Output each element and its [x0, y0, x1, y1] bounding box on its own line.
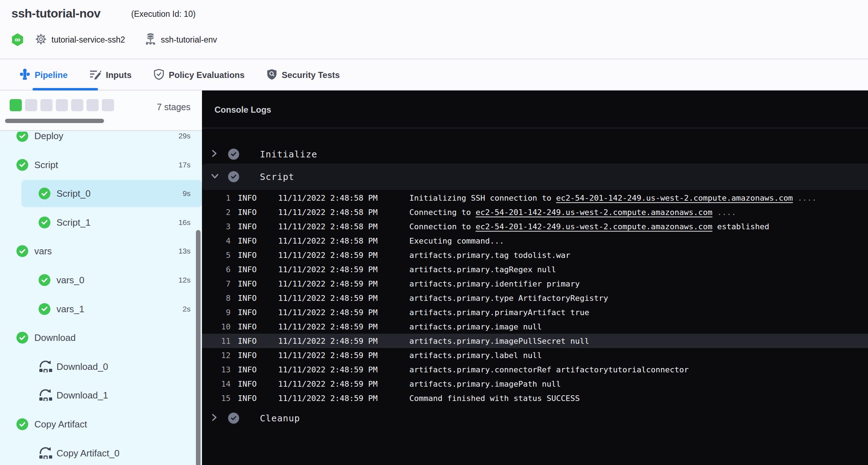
log-text: Initializing SSH connection to — [409, 194, 556, 202]
log-line-number: 3 — [202, 222, 231, 231]
log-host-link[interactable]: ec2-54-201-142-249.us-west-2.compute.ama… — [556, 194, 793, 202]
stage-duration: 16s — [178, 218, 191, 227]
log-message: artifacts.primary.label null — [409, 351, 542, 360]
log-row[interactable]: 6INFO11/11/2022 2:48:59 PMartifacts.prim… — [202, 262, 868, 276]
log-row[interactable]: 2INFO11/11/2022 2:48:58 PMConnecting to … — [202, 205, 868, 219]
log-row[interactable]: 12INFO11/11/2022 2:48:59 PMartifacts.pri… — [202, 348, 868, 362]
log-row[interactable]: 9INFO11/11/2022 2:48:59 PMartifacts.prim… — [202, 305, 868, 319]
stage-label: Script_1 — [56, 217, 90, 228]
page-title: ssh-tutorial-nov — [11, 6, 100, 20]
stage-label: Deploy — [34, 132, 63, 142]
log-line-number: 12 — [202, 351, 231, 360]
log-message: Initializing SSH connection to ec2-54-20… — [409, 194, 817, 202]
stage-duration: 12s — [178, 276, 191, 284]
tab-security-tests[interactable]: Security Tests — [267, 60, 340, 90]
service-name[interactable]: tutorial-service-ssh2 — [51, 35, 125, 45]
log-text: artifacts.primary.imagePath null — [409, 380, 561, 388]
log-host-link[interactable]: ec2-54-201-142-249.us-west-2.compute.ama… — [475, 208, 712, 217]
log-row[interactable]: 3INFO11/11/2022 2:48:58 PMConnection to … — [202, 219, 868, 234]
log-level: INFO — [238, 265, 257, 274]
stage-duration: 29s — [178, 132, 191, 140]
log-row[interactable]: 11INFO11/11/2022 2:48:59 PMartifacts.pri… — [202, 334, 868, 348]
log-row[interactable]: 15INFO11/11/2022 2:48:59 PMCommand finis… — [202, 391, 868, 405]
stage-list: Deploy29sScript17sScript_09sScript_116sv… — [0, 132, 202, 465]
log-text: Connection to — [409, 222, 475, 231]
stage-label: vars_0 — [56, 275, 84, 286]
vertical-scrollbar[interactable] — [196, 230, 201, 465]
log-section-cleanup[interactable]: Cleanup — [202, 410, 868, 426]
log-row[interactable]: 8INFO11/11/2022 2:48:59 PMartifacts.prim… — [202, 291, 868, 305]
log-row[interactable]: 10INFO11/11/2022 2:48:59 PMartifacts.pri… — [202, 319, 868, 334]
stage-label: Script — [34, 159, 58, 170]
execution-header: ssh-tutorial-nov (Execution Id: 10) ∞ — [0, 0, 868, 59]
chevron-right-icon[interactable] — [210, 412, 218, 424]
log-row[interactable]: 13INFO11/11/2022 2:48:59 PMartifacts.pri… — [202, 362, 868, 377]
stage-duration: 13s — [178, 247, 191, 255]
stage-label: Download_1 — [56, 390, 108, 401]
log-line-number: 9 — [202, 308, 231, 317]
stage-row-copy-artifact[interactable]: Copy Artifact — [0, 410, 202, 439]
log-timestamp: 11/11/2022 2:48:58 PM — [278, 222, 378, 231]
log-timestamp: 11/11/2022 2:48:59 PM — [278, 308, 378, 317]
console-divider — [202, 128, 868, 128]
log-level: INFO — [238, 208, 257, 217]
log-timestamp: 11/11/2022 2:48:59 PM — [278, 251, 378, 260]
section-success-check-icon — [228, 413, 239, 424]
stage-row-deploy[interactable]: Deploy29s — [0, 132, 202, 150]
tab-policy-evaluations[interactable]: Policy Evaluations — [154, 60, 245, 90]
section-label: Cleanup — [260, 413, 300, 424]
stage-row-copy-artifact_0[interactable]: Copy Artifact_0 — [0, 439, 202, 465]
log-message: artifacts.primary.imagePath null — [409, 380, 561, 388]
log-line-number: 7 — [202, 279, 231, 288]
stage-row-vars_1[interactable]: vars_12s — [0, 295, 202, 323]
stage-duration: 17s — [178, 161, 191, 169]
inputs-icon — [90, 69, 101, 81]
active-tab-underline — [33, 88, 98, 90]
log-row[interactable]: 7INFO11/11/2022 2:48:59 PMartifacts.prim… — [202, 276, 868, 291]
stages-sidebar: 7 stages Deploy29sScript17sScript_09sScr… — [0, 90, 202, 465]
log-row[interactable]: 4INFO11/11/2022 2:48:58 PMExecuting comm… — [202, 234, 868, 248]
log-section-script[interactable]: Script — [202, 163, 868, 190]
log-timestamp: 11/11/2022 2:48:59 PM — [278, 394, 378, 403]
policy-shield-icon — [154, 69, 164, 82]
tab-inputs[interactable]: Inputs — [90, 60, 132, 90]
success-check-icon — [16, 159, 28, 171]
stage-row-download[interactable]: Download — [0, 323, 202, 352]
log-section-initialize[interactable]: Initialize — [202, 146, 868, 162]
stage-count-label: 7 stages — [157, 102, 191, 112]
retry-steps-icon — [39, 388, 53, 402]
stage-square-pending — [25, 99, 37, 111]
environment-icon — [145, 33, 156, 46]
success-check-icon — [16, 332, 28, 344]
stage-row-download_1[interactable]: Download_1 — [0, 381, 202, 410]
log-row[interactable]: 5INFO11/11/2022 2:48:59 PMartifacts.prim… — [202, 248, 868, 262]
pipeline-icon — [20, 69, 30, 81]
success-check-icon — [16, 245, 28, 257]
log-level: INFO — [238, 251, 257, 260]
chevron-down-icon[interactable] — [210, 172, 220, 182]
chevron-right-icon[interactable] — [210, 148, 218, 160]
stage-row-vars[interactable]: vars13s — [0, 237, 202, 265]
log-host-link[interactable]: ec2-54-201-142-249.us-west-2.compute.ama… — [475, 222, 712, 231]
log-text: artifacts.primary.connectorRef artifacto… — [409, 365, 689, 374]
stage-row-script_0[interactable]: Script_09s — [0, 179, 202, 208]
horizontal-scrollbar[interactable] — [5, 119, 104, 123]
stage-label: Copy Artifact_0 — [56, 447, 119, 459]
stage-row-vars_0[interactable]: vars_012s — [0, 266, 202, 294]
log-text: artifacts.primary.imagePullSecret null — [409, 337, 589, 346]
tab-pipeline[interactable]: Pipeline — [20, 60, 68, 90]
stage-label: vars_1 — [56, 303, 84, 314]
stage-row-script_1[interactable]: Script_116s — [0, 208, 202, 237]
log-level: INFO — [238, 222, 257, 231]
stage-row-script[interactable]: Script17s — [0, 151, 202, 179]
log-row[interactable]: 1INFO11/11/2022 2:48:58 PMInitializing S… — [202, 191, 868, 205]
stage-row-download_0[interactable]: Download_0 — [0, 352, 202, 381]
log-message: artifacts.primary.primaryArtifact true — [409, 308, 589, 317]
section-success-check-icon — [228, 149, 239, 160]
stage-square-pending — [102, 99, 114, 111]
log-row[interactable]: 14INFO11/11/2022 2:48:59 PMartifacts.pri… — [202, 377, 868, 391]
log-timestamp: 11/11/2022 2:48:59 PM — [278, 322, 378, 331]
security-shield-icon — [267, 69, 277, 82]
log-level: INFO — [238, 279, 257, 288]
environment-name[interactable]: ssh-tutorial-env — [161, 35, 217, 45]
